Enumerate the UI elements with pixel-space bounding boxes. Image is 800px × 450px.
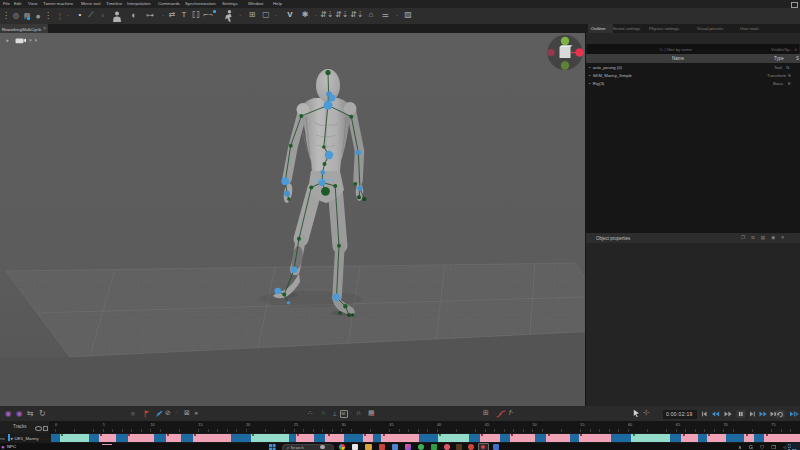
svg-text:Auto Posing: Auto Posing — [315, 178, 334, 182]
